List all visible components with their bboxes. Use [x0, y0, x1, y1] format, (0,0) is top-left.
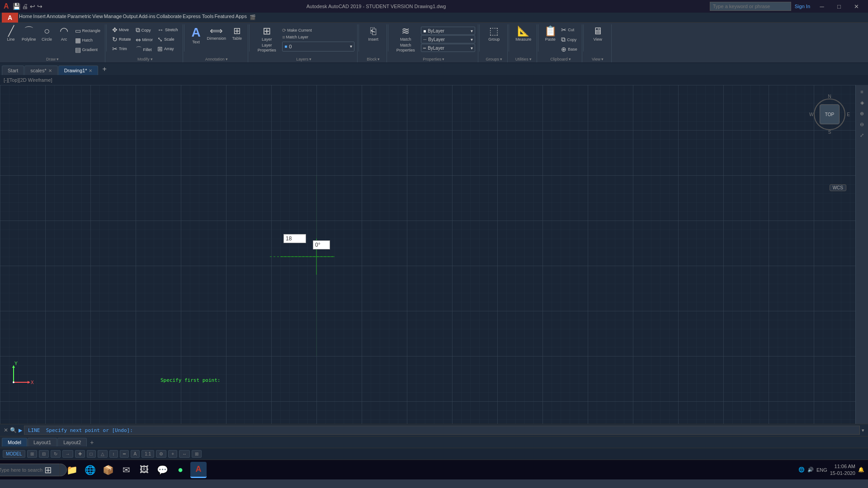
rectangle-btn[interactable]: ▭ Rectangle: [73, 26, 103, 35]
menu-output[interactable]: Output: [123, 14, 138, 21]
status-polar-btn[interactable]: →: [62, 450, 73, 458]
modify-dropdown-icon[interactable]: ▾: [151, 57, 153, 61]
photos-btn[interactable]: 🖼: [136, 462, 152, 478]
status-view-btn[interactable]: ↔: [179, 450, 190, 458]
restore-btn[interactable]: □: [831, 1, 847, 11]
status-snap-btn[interactable]: ⊟: [39, 450, 49, 458]
trim-btn[interactable]: ✂ Trim: [110, 44, 133, 53]
task-view-btn[interactable]: ⊞: [40, 462, 56, 478]
menu-addins[interactable]: Add-ins: [139, 14, 156, 21]
tab-start[interactable]: Start: [2, 66, 24, 75]
arc-btn[interactable]: ◠ Arc: [56, 25, 72, 43]
layers-dropdown-icon[interactable]: ▾: [309, 57, 311, 61]
menu-featured[interactable]: Featured Apps: [214, 14, 247, 21]
taskbar-network-icon[interactable]: 🌐: [798, 467, 805, 473]
taskbar-sound-icon[interactable]: 🔊: [807, 467, 814, 473]
gradient-btn[interactable]: ▤ Gradient: [73, 45, 103, 54]
search-taskbar-btn[interactable]: [22, 462, 38, 478]
layer-properties-btn[interactable]: ⊞ Layer Layer Properties: [253, 25, 280, 53]
sign-in-btn[interactable]: Sign In: [795, 4, 810, 9]
view-top-btn[interactable]: TOP: [820, 104, 840, 124]
menu-view[interactable]: View: [92, 14, 103, 21]
rp-btn-4[interactable]: ⊖: [857, 119, 867, 129]
rotate-btn[interactable]: ↻ Rotate: [110, 35, 133, 44]
wcs-label[interactable]: WCS: [830, 184, 846, 191]
search-input[interactable]: [710, 2, 791, 11]
status-plus-btn[interactable]: +: [168, 450, 177, 458]
hatch-btn[interactable]: ▦ Hatch: [73, 36, 103, 45]
menu-annotate[interactable]: Annotate: [47, 14, 66, 21]
store-btn[interactable]: 📦: [100, 462, 116, 478]
match-layer-btn[interactable]: Match Layer: [286, 35, 309, 39]
base-btn[interactable]: ⊕ Base: [559, 45, 579, 54]
add-tab-btn[interactable]: +: [99, 63, 110, 75]
stretch-btn[interactable]: ↔ Stretch: [156, 25, 180, 34]
close-drawing1-tab[interactable]: ✕: [89, 68, 92, 73]
groups-dropdown-icon[interactable]: ▾: [500, 57, 502, 61]
minimize-btn[interactable]: ─: [814, 1, 830, 11]
block-dropdown-icon[interactable]: ▾: [377, 57, 380, 61]
chrome-btn[interactable]: ●: [172, 462, 189, 478]
group-btn[interactable]: ⬚ Group: [486, 25, 502, 43]
copy-btn[interactable]: ⧉ Copy: [134, 25, 155, 35]
whatsapp-btn[interactable]: 💬: [154, 462, 170, 478]
status-model-btn[interactable]: MODEL: [3, 450, 25, 458]
view-dropdown-icon[interactable]: ▾: [601, 57, 604, 61]
file-explorer-btn[interactable]: 📁: [64, 462, 80, 478]
dimension-btn[interactable]: ⟺ Dimension: [205, 25, 228, 42]
cut-btn[interactable]: ✂ Cut: [559, 25, 579, 34]
close-scales-tab[interactable]: ✕: [48, 68, 52, 73]
tab-drawing1[interactable]: Drawing1* ✕: [58, 66, 99, 75]
status-scale-btn[interactable]: 1:1: [142, 450, 154, 458]
status-grid-btn[interactable]: ⊞: [27, 450, 37, 458]
status-layout-btn[interactable]: ⊞: [192, 450, 202, 458]
mail-btn[interactable]: ✉: [118, 462, 134, 478]
copy-clip-btn[interactable]: ⧉ Copy: [559, 35, 579, 44]
move-btn[interactable]: ✥ Move: [110, 25, 133, 34]
canvas-area[interactable]: 18 0° N S W E TOP WCS Y X ≡ ◈ ⊕ ⊖ ⤢: [0, 85, 868, 424]
lineweight-dropdown[interactable]: ━ ByLayer ▾: [421, 44, 475, 52]
status-ortho-btn[interactable]: ↻: [51, 450, 61, 458]
cmd-expand-icon[interactable]: ✕: [4, 427, 8, 433]
close-btn[interactable]: ✕: [848, 1, 864, 11]
circle-btn[interactable]: ○ Circle: [39, 25, 55, 43]
status-ducs-btn[interactable]: △: [98, 450, 108, 458]
cmd-expand-right[interactable]: ▾: [862, 427, 864, 433]
tab-model[interactable]: Model: [2, 438, 27, 446]
menu-collaborate[interactable]: Collaborate: [156, 14, 182, 21]
status-dyn-btn[interactable]: ↕: [109, 450, 118, 458]
paste-btn[interactable]: 📋 Paste: [542, 25, 558, 43]
layer-dropdown[interactable]: ■ 0 ▾: [282, 42, 354, 52]
fillet-btn[interactable]: ⌒ Fillet: [134, 45, 155, 55]
status-osnap-btn[interactable]: ✚: [75, 450, 85, 458]
menu-home[interactable]: Home: [19, 14, 32, 21]
insert-btn[interactable]: ⎗ Insert: [365, 25, 382, 43]
angle-input-box[interactable]: 0°: [313, 240, 330, 249]
command-input[interactable]: [24, 426, 860, 435]
clipboard-dropdown-icon[interactable]: ▾: [569, 57, 571, 61]
status-otrack-btn[interactable]: □: [87, 450, 96, 458]
tab-scales[interactable]: scales* ✕: [24, 66, 57, 75]
add-layout-btn[interactable]: +: [87, 439, 96, 446]
app-menu-btn[interactable]: A: [2, 13, 18, 23]
table-btn[interactable]: ⊞ Table: [229, 25, 245, 42]
rp-btn-1[interactable]: ≡: [857, 87, 867, 97]
match-properties-btn[interactable]: ≋ Match Match Properties: [392, 25, 419, 53]
menu-parametric[interactable]: Parametric: [67, 14, 91, 21]
annotation-dropdown-icon[interactable]: ▾: [226, 57, 228, 61]
rp-btn-3[interactable]: ⊕: [857, 108, 867, 118]
mirror-btn[interactable]: ⇔ Mirror: [134, 35, 155, 44]
menu-manage[interactable]: Manage: [104, 14, 122, 21]
status-settings-btn[interactable]: ⚙: [156, 450, 166, 458]
rp-btn-2[interactable]: ◈: [857, 98, 867, 108]
autocad-taskbar-btn[interactable]: A: [190, 462, 207, 478]
layer-dropdown-icon[interactable]: ▾: [350, 44, 352, 49]
menu-express[interactable]: Express Tools: [183, 14, 213, 21]
make-current-btn[interactable]: Make Current: [287, 28, 312, 33]
line-btn[interactable]: ╱ Line: [3, 25, 19, 43]
properties-dropdown-icon[interactable]: ▾: [442, 57, 444, 61]
rp-btn-5[interactable]: ⤢: [857, 130, 867, 140]
tab-layout1[interactable]: Layout1: [28, 438, 57, 446]
taskbar-search-input[interactable]: [0, 464, 67, 476]
polyline-btn[interactable]: ⌒ Polyline: [20, 25, 38, 43]
